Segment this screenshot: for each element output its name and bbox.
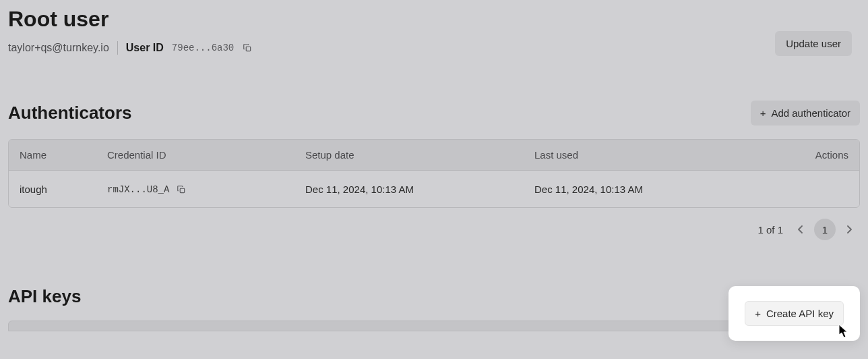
header-section: Root user taylor+qs@turnkey.io User ID 7…: [0, 0, 868, 71]
pagination: 1 of 1 1: [8, 219, 860, 240]
credential-id-value: rmJX...U8_A: [107, 184, 169, 195]
create-api-key-label: Create API key: [766, 308, 834, 319]
cell-credential-id: rmJX...U8_A: [96, 171, 294, 208]
plus-icon: +: [760, 107, 766, 119]
table-header-row: Name Credential ID Setup date Last used …: [9, 140, 859, 171]
column-credential-id: Credential ID: [96, 140, 294, 171]
user-meta-row: taylor+qs@turnkey.io User ID 79ee...6a30: [8, 41, 860, 55]
page-nav: 1: [793, 219, 857, 240]
column-name: Name: [9, 140, 96, 171]
authenticators-table: Name Credential ID Setup date Last used …: [8, 139, 860, 208]
table-row: itough rmJX...U8_A Dec 11,: [9, 171, 859, 208]
user-id-value: 79ee...6a30: [172, 43, 234, 53]
divider: [117, 41, 118, 55]
page-summary: 1 of 1: [757, 224, 783, 236]
svg-rect-0: [247, 47, 251, 51]
next-page-button[interactable]: [841, 221, 857, 238]
update-user-button[interactable]: Update user: [775, 31, 852, 56]
copy-icon[interactable]: [176, 184, 187, 195]
copy-icon[interactable]: [242, 43, 253, 53]
authenticators-title: Authenticators: [8, 103, 131, 123]
create-api-key-highlight: + Create API key: [728, 286, 860, 341]
api-keys-title: API keys: [8, 286, 81, 307]
column-actions: Actions: [753, 140, 859, 171]
authenticators-section: Authenticators + Add authenticator Name …: [0, 101, 868, 240]
cell-setup-date: Dec 11, 2024, 10:13 AM: [294, 171, 524, 208]
page-title: Root user: [8, 7, 860, 32]
user-email: taylor+qs@turnkey.io: [8, 42, 109, 54]
cell-name: itough: [9, 171, 96, 208]
create-api-key-button[interactable]: + Create API key: [745, 301, 844, 326]
authenticators-header: Authenticators + Add authenticator: [8, 101, 860, 126]
cell-last-used: Dec 11, 2024, 10:13 AM: [524, 171, 753, 208]
column-setup-date: Setup date: [294, 140, 524, 171]
chevron-left-icon: [798, 225, 803, 233]
chevron-right-icon: [846, 225, 852, 233]
column-last-used: Last used: [524, 140, 753, 171]
add-authenticator-button[interactable]: + Add authenticator: [751, 101, 860, 126]
svg-rect-1: [181, 188, 185, 192]
plus-icon: +: [755, 308, 761, 319]
add-authenticator-label: Add authenticator: [771, 107, 850, 119]
prev-page-button[interactable]: [793, 221, 809, 238]
page-number-current[interactable]: 1: [814, 219, 836, 240]
cell-actions: [753, 171, 859, 208]
user-id-label: User ID: [126, 42, 164, 54]
